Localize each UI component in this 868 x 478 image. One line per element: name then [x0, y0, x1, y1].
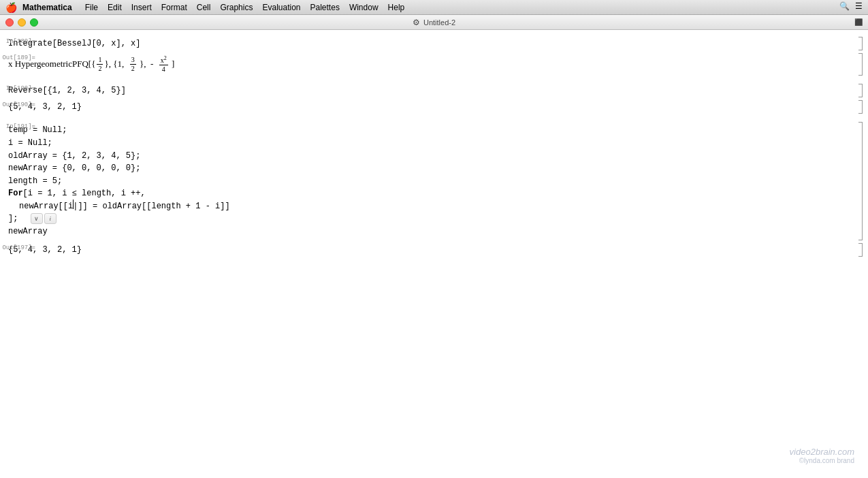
- window-controls: [5, 18, 38, 27]
- label-out190: Out[190]=: [0, 101, 39, 108]
- frac-1-2-a: 1 2: [97, 56, 103, 73]
- collapse-cell-button[interactable]: ∨: [31, 213, 43, 224]
- bracket-in190: [858, 84, 863, 97]
- maximize-button[interactable]: [30, 18, 38, 27]
- output-189: x HypergeometricPFQ[{ 1 2 }, {1, 3 2 }, …: [8, 53, 827, 76]
- menu-window[interactable]: Window: [344, 2, 383, 13]
- menu-extras-icon[interactable]: ☰: [855, 1, 863, 11]
- label-out197: Out[197]=: [0, 244, 39, 251]
- line-1: temp = Null;: [8, 124, 827, 137]
- menu-help[interactable]: Help: [383, 2, 410, 13]
- cell-out190: Out[190]= {5, 4, 3, 2, 1}: [0, 99, 868, 115]
- cell-out197: Out[197]= {5, 4, 3, 2, 1}: [0, 242, 868, 258]
- label-in191: In[191]=: [0, 123, 39, 130]
- notebook: In[189]= Integrate[BesselJ[0, x], x] Out…: [0, 30, 868, 478]
- watermark: video2brain.com ©lynda.com brand: [790, 447, 854, 464]
- input-189[interactable]: Integrate[BesselJ[0, x], x]: [8, 37, 827, 50]
- close-button[interactable]: [5, 18, 14, 27]
- collapse-icon[interactable]: ⬛: [854, 18, 863, 26]
- menu-palettes[interactable]: Palettes: [306, 2, 344, 13]
- input-191[interactable]: temp = Null; i = Null; oldArray = {1, 2,…: [8, 122, 827, 240]
- menu-cell[interactable]: Cell: [192, 2, 216, 13]
- line-8: ]; ∨ i: [8, 212, 827, 225]
- bracket-out197: [858, 243, 863, 257]
- line-4: newArray = {0, 0, 0, 0, 0};: [8, 162, 827, 175]
- menubar: 🍎 Mathematica File Edit Insert Format Ce…: [0, 0, 868, 15]
- label-in190: In[190]=: [0, 85, 39, 92]
- minimize-button[interactable]: [18, 18, 26, 27]
- menu-file[interactable]: File: [80, 2, 103, 13]
- notebook-icon: ⚙: [413, 18, 420, 27]
- out189-bracket1: [{: [89, 59, 96, 69]
- cell-action-buttons: ∨ i: [31, 213, 57, 224]
- window-title: ⚙ Untitled-2: [413, 18, 455, 27]
- bracket-out190: [858, 100, 863, 114]
- input-190[interactable]: Reverse[{1, 2, 3, 4, 5}]: [8, 84, 827, 97]
- menu-edit[interactable]: Edit: [103, 2, 127, 13]
- line-3: oldArray = {1, 2, 3, 4, 5};: [8, 150, 827, 163]
- title-text: Untitled-2: [423, 18, 455, 27]
- frac-x2-4: x2 4: [159, 55, 168, 74]
- bracket-in189: [858, 37, 863, 50]
- cell-in191: In[191]= temp = Null; i = Null; oldArray…: [0, 121, 868, 241]
- search-icon[interactable]: 🔍: [839, 1, 850, 11]
- cell-out189: Out[189]= x HypergeometricPFQ[{ 1 2 }, {…: [0, 52, 868, 77]
- line-6: For[i = 1, i ≤ length, i ++,: [8, 187, 827, 200]
- menu-graphics[interactable]: Graphics: [215, 2, 257, 13]
- menu-insert[interactable]: Insert: [127, 2, 157, 13]
- line-7: newArray[[i|]] = oldArray[[length + 1 - …: [8, 200, 827, 213]
- watermark-line1: video2brain.com: [790, 447, 854, 457]
- output-197: {5, 4, 3, 2, 1}: [8, 243, 827, 257]
- titlebar: ⚙ Untitled-2 ⬛: [0, 15, 868, 30]
- menu-format[interactable]: Format: [157, 2, 192, 13]
- menubar-right-icons: 🔍 ☰: [839, 1, 863, 11]
- bracket-in191: [858, 122, 863, 240]
- frac-3-2: 3 2: [130, 56, 136, 73]
- line-9: newArray: [8, 225, 827, 238]
- menu-evaluation[interactable]: Evaluation: [257, 2, 305, 13]
- label-out189: Out[189]=: [0, 54, 39, 61]
- cell-in189: In[189]= Integrate[BesselJ[0, x], x]: [0, 35, 868, 52]
- watermark-line2: ©lynda.com brand: [790, 457, 854, 464]
- line-5: length = 5;: [8, 175, 827, 188]
- apple-menu[interactable]: 🍎: [5, 2, 17, 13]
- app-name[interactable]: Mathematica: [22, 3, 72, 12]
- label-in189: In[189]=: [0, 38, 39, 45]
- output-190: {5, 4, 3, 2, 1}: [8, 100, 827, 114]
- info-cell-button[interactable]: i: [44, 213, 57, 224]
- line-2: i = Null;: [8, 137, 827, 150]
- bracket-out189: [858, 53, 863, 76]
- cell-in190: In[190]= Reverse[{1, 2, 3, 4, 5}]: [0, 82, 868, 99]
